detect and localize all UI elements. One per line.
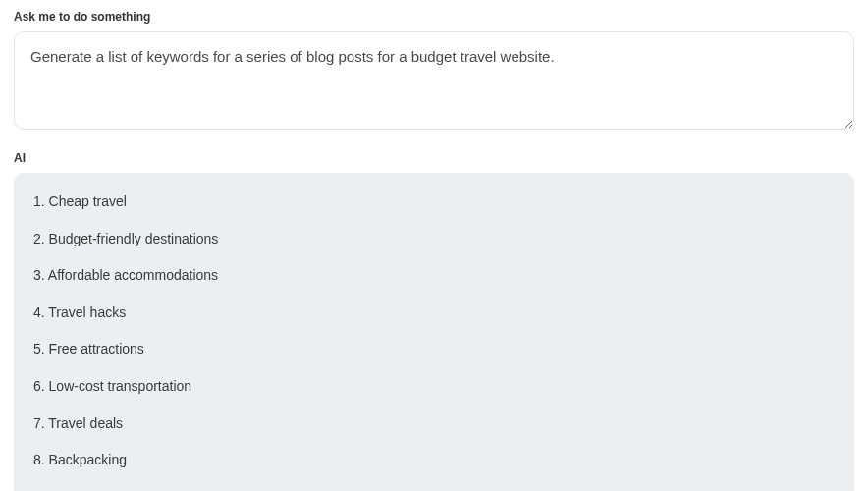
list-item: Budget-friendly destinations: [33, 230, 835, 249]
list-item: Backpacking: [33, 451, 835, 470]
prompt-section: Ask me to do something: [14, 10, 854, 134]
response-list: Cheap travel Budget-friendly destination…: [33, 192, 835, 491]
list-item: Affordable accommodations: [33, 266, 835, 286]
list-item: Travel hacks: [33, 303, 835, 323]
prompt-input[interactable]: [14, 31, 854, 130]
response-label: AI: [14, 151, 854, 165]
response-section: AI Cheap travel Budget-friendly destinat…: [14, 151, 854, 491]
prompt-label: Ask me to do something: [14, 10, 854, 24]
response-box: Cheap travel Budget-friendly destination…: [14, 173, 854, 491]
list-item: Cheap travel: [33, 192, 835, 212]
list-item: Free attractions: [33, 340, 835, 359]
list-item: Low-cost transportation: [33, 377, 835, 397]
list-item: Travel deals: [33, 414, 835, 434]
